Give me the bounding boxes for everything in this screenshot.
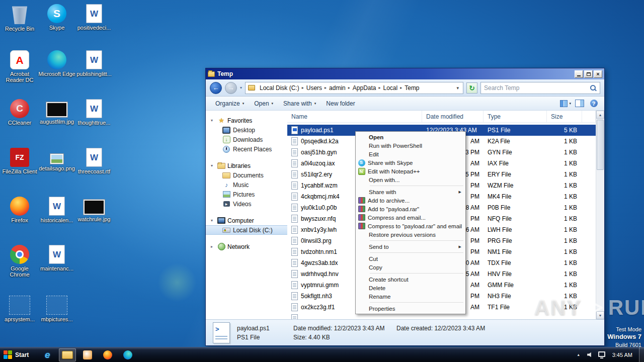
- toolbar-button-new-folder[interactable]: New folder: [321, 98, 359, 109]
- sidebar-item-desktop[interactable]: Desktop: [206, 125, 287, 135]
- menu-item-run-with-powershell[interactable]: Run with PowerShell: [357, 141, 464, 150]
- menu-item-edit-with-notepad[interactable]: Edit with Notepad++: [357, 167, 464, 175]
- menu-item-edit[interactable]: Edit: [357, 150, 464, 158]
- sidebar-group-computer[interactable]: ▾Computer: [206, 216, 287, 225]
- desktop-icon-mbpictures[interactable]: mbpictures...: [38, 296, 75, 322]
- column-header-name[interactable]: Name: [287, 111, 422, 122]
- menu-item-add-to-archive[interactable]: Add to archive...: [357, 196, 464, 205]
- search-box[interactable]: [480, 82, 600, 94]
- desktop-icon-ccleaner[interactable]: CCleaner: [1, 99, 38, 126]
- sidebar-item-documents[interactable]: Documents: [206, 170, 287, 180]
- minimize-button[interactable]: [575, 70, 583, 78]
- taskbar-icons: [39, 347, 136, 362]
- desktop-icon-firefox[interactable]: Firefox: [1, 197, 38, 223]
- breadcrumb-segment-users[interactable]: Users: [304, 83, 325, 93]
- taskbar-clock[interactable]: 3:45 AM: [612, 352, 632, 358]
- taskbar-windows-explorer-button[interactable]: [59, 348, 76, 361]
- preview-pane-button[interactable]: [574, 99, 585, 109]
- column-header-date-modified[interactable]: Date modified: [422, 111, 484, 122]
- menu-item-rename[interactable]: Rename: [357, 292, 464, 301]
- menu-item-add-to-payload-rar[interactable]: Add to "payload.rar": [357, 205, 464, 213]
- menu-item-share-with[interactable]: Share with▶: [357, 188, 464, 196]
- column-header-type[interactable]: Type: [484, 111, 547, 122]
- sidebar-item-music[interactable]: Music: [206, 180, 287, 190]
- sidebar-item-downloads[interactable]: Downloads: [206, 135, 287, 144]
- desktop-icon-historicalen[interactable]: historicalen...: [38, 197, 75, 223]
- desktop-icon-filezilla-client[interactable]: FileZilla Client: [1, 148, 38, 174]
- menu-item-label: Cut: [369, 256, 378, 262]
- search-input[interactable]: [484, 84, 590, 92]
- menu-item-cut[interactable]: Cut: [357, 254, 464, 263]
- menu-item-copy[interactable]: Copy: [357, 263, 464, 272]
- taskbar-media-app-button[interactable]: [79, 348, 96, 361]
- desktop-icon-positivedeci[interactable]: positivedeci...: [75, 4, 113, 31]
- scrollbar-track[interactable]: [596, 171, 604, 311]
- desktop-icon-maintenanc[interactable]: maintenanc...: [38, 245, 75, 272]
- show-desktop-button[interactable]: [639, 347, 644, 362]
- desktop-icon-threecoast-rtf[interactable]: threecoast.rtf: [75, 148, 113, 174]
- scroll-up-icon[interactable]: ▲: [596, 111, 604, 119]
- menu-item-properties[interactable]: Properties: [357, 304, 464, 313]
- hidden-icons-icon[interactable]: [575, 351, 583, 359]
- taskbar-edge-button[interactable]: [119, 348, 136, 361]
- menu-item-compress-to-payload-rar-and-email[interactable]: Compress to "payload.rar" and email: [357, 222, 464, 230]
- desktop-icon-recycle-bin[interactable]: Recycle Bin: [1, 4, 38, 32]
- change-view-button[interactable]: [560, 99, 571, 109]
- sidebar-item-local-disk-c[interactable]: Local Disk (C:): [206, 225, 287, 235]
- sidebar-item-recent-places[interactable]: Recent Places: [206, 144, 287, 154]
- taskbar-internet-explorer-button[interactable]: [39, 348, 56, 361]
- breadcrumb-segment-appdata[interactable]: AppData: [350, 83, 379, 93]
- sidebar-group-libraries[interactable]: ▾Libraries: [206, 161, 287, 170]
- toolbar-button-share-with[interactable]: Share with▾: [279, 98, 320, 109]
- breadcrumb-segment-local[interactable]: Local: [381, 83, 400, 93]
- menu-item-open[interactable]: Open: [357, 133, 464, 141]
- desktop-icon-acrobat-reader-dc[interactable]: Acrobat Reader DC: [1, 50, 38, 83]
- sidebar-item-pictures[interactable]: Pictures: [206, 190, 287, 199]
- desktop-icon-watchrule-jpg[interactable]: watchrule.jpg: [75, 197, 113, 222]
- menu-item-delete[interactable]: Delete: [357, 284, 464, 292]
- menu-item-compress-and-email[interactable]: Compress and email...: [357, 213, 464, 222]
- toolbar-button-organize[interactable]: Organize▾: [211, 98, 249, 109]
- desktop-icon-google-chrome[interactable]: Google Chrome: [1, 245, 38, 278]
- address-bar[interactable]: Local Disk (C:)▸Users▸admin▸AppData▸Loca…: [245, 82, 463, 94]
- desktop-icon-aprsystem[interactable]: aprsystem...: [1, 296, 38, 322]
- file-icon: [291, 237, 298, 245]
- start-button[interactable]: Start: [0, 347, 34, 362]
- sidebar-group-network[interactable]: ▸Network: [206, 242, 287, 251]
- menu-item-share-with-skype[interactable]: Share with Skype: [357, 158, 464, 167]
- file-type: NFQ File: [484, 215, 547, 222]
- taskbar-firefox-button[interactable]: [99, 348, 116, 361]
- column-header-size[interactable]: Size: [547, 111, 582, 122]
- toolbar-button-open[interactable]: Open▾: [250, 98, 278, 109]
- address-dropdown-icon[interactable]: ▾: [455, 85, 460, 90]
- breadcrumb-segment-local-disk-c[interactable]: Local Disk (C:): [257, 83, 302, 93]
- volume-icon[interactable]: [586, 351, 594, 359]
- breadcrumb-segment-admin[interactable]: admin: [327, 83, 348, 93]
- desktop-icon-detailsago-png[interactable]: detailsago.png: [38, 148, 75, 171]
- maximize-button[interactable]: [584, 70, 593, 78]
- refresh-button[interactable]: ↻: [466, 82, 477, 94]
- desktop-icon-skype[interactable]: Skype: [38, 4, 75, 31]
- menu-item-restore-previous-versions[interactable]: Restore previous versions: [357, 230, 464, 239]
- desktop-icon-microsoft-edge[interactable]: Microsoft Edge: [38, 50, 75, 77]
- sidebar-item-videos[interactable]: Videos: [206, 199, 287, 209]
- scroll-down-icon[interactable]: ▼: [596, 311, 604, 319]
- menu-item-send-to[interactable]: Send to▶: [357, 242, 464, 251]
- desktop-icon-thoughttrue[interactable]: thoughttrue...: [75, 99, 113, 126]
- desktop-icon-publishinglitt[interactable]: publishinglitt...: [75, 50, 113, 77]
- history-dropdown-icon[interactable]: ▾: [240, 85, 242, 90]
- menu-item-open-with[interactable]: Open with...: [357, 175, 464, 184]
- close-button[interactable]: ×: [594, 70, 602, 78]
- sidebar-group-favorites[interactable]: ▾Favorites: [206, 116, 287, 125]
- menu-item-create-shortcut[interactable]: Create shortcut: [357, 275, 464, 284]
- breadcrumb-segment-temp[interactable]: Temp: [402, 83, 422, 93]
- forward-button[interactable]: →: [225, 82, 237, 94]
- scrollbar-thumb[interactable]: [597, 120, 604, 170]
- desktop-icon-augustfilm-jpg[interactable]: augustfilm.jpg: [38, 99, 75, 125]
- back-button[interactable]: ←: [210, 82, 222, 94]
- vertical-scrollbar[interactable]: ▲ ▼: [596, 111, 604, 319]
- help-button[interactable]: [588, 99, 599, 109]
- menu-separator: [370, 273, 463, 274]
- network-icon[interactable]: [598, 351, 606, 359]
- window-titlebar[interactable]: Temp ×: [206, 68, 604, 79]
